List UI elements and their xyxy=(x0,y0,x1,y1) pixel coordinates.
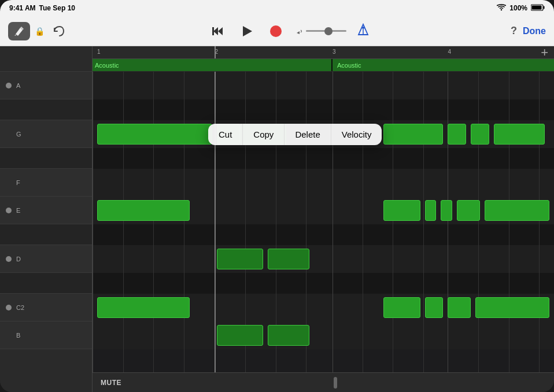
status-bar-right: 100% xyxy=(497,4,545,13)
time-display: 9:41 AM xyxy=(9,4,36,12)
play-button[interactable] xyxy=(238,22,256,40)
beat-line xyxy=(363,72,363,372)
piano-key-D[interactable]: D xyxy=(0,245,92,273)
beat-line xyxy=(423,72,424,372)
piano-key-Gb[interactable] xyxy=(0,148,92,169)
battery-icon xyxy=(531,4,545,13)
note-C2-2[interactable] xyxy=(383,297,420,318)
row-bg-D xyxy=(93,245,554,273)
grid-playhead xyxy=(215,72,216,372)
note-B-2[interactable] xyxy=(268,325,309,346)
note-G-4[interactable] xyxy=(383,124,444,145)
ruler: 1 2 3 4 + xyxy=(93,46,554,59)
piano-key-Eb[interactable] xyxy=(0,224,92,245)
note-E-1[interactable] xyxy=(97,200,190,221)
note-E-6[interactable] xyxy=(485,200,549,221)
region-header: Acoustic Acoustic Acoustic xyxy=(93,59,554,72)
toolbar-left: 🔒 xyxy=(8,22,68,40)
help-button[interactable]: ? xyxy=(511,25,517,37)
note-E-4[interactable] xyxy=(441,200,452,221)
note-E-5[interactable] xyxy=(457,200,480,221)
grid-area: 1 2 3 4 + Acoustic Acoustic Acoustic xyxy=(93,46,554,392)
svg-marker-4 xyxy=(218,27,223,35)
row-bg-Eb xyxy=(93,224,554,245)
key-label-F: F xyxy=(16,179,20,186)
row-bg-Gb xyxy=(93,148,554,169)
ruler-mark-3: 3 xyxy=(333,49,336,55)
note-C2-1[interactable] xyxy=(97,297,190,318)
key-dot-D xyxy=(6,256,12,262)
beat-line xyxy=(478,72,479,372)
note-D-2[interactable] xyxy=(268,249,309,269)
note-C2-5[interactable] xyxy=(475,297,549,318)
piano-key-C2[interactable]: C2 xyxy=(0,294,92,321)
piano-key-G[interactable]: G xyxy=(0,120,92,148)
beat-line xyxy=(539,72,540,372)
pencil-button[interactable] xyxy=(8,22,30,40)
toolbar-right: ? Done xyxy=(511,25,546,37)
note-G-7[interactable] xyxy=(494,124,545,145)
svg-rect-5 xyxy=(212,27,214,35)
note-C2-3[interactable] xyxy=(425,297,444,318)
toolbar-center xyxy=(73,22,505,40)
note-C2-4[interactable] xyxy=(448,297,471,318)
row-bg-Ab xyxy=(93,99,554,120)
piano-key-B[interactable]: B xyxy=(0,321,92,349)
note-G-1[interactable] xyxy=(97,124,213,145)
note-G-6[interactable] xyxy=(471,124,489,145)
bar-line-3 xyxy=(333,72,333,372)
mute-handle[interactable] xyxy=(334,377,337,389)
key-dot-C2 xyxy=(6,305,12,310)
bar-line-1 xyxy=(93,72,93,372)
ruler-playhead xyxy=(215,46,216,58)
ruler-marks: 1 2 3 4 + xyxy=(93,46,554,58)
beat-line xyxy=(184,72,184,372)
battery-display: 100% xyxy=(509,4,527,12)
ruler-mark-1: 1 xyxy=(97,49,101,55)
ruler-mark-4: 4 xyxy=(448,49,451,55)
beat-line xyxy=(393,72,393,372)
note-G-5[interactable] xyxy=(448,124,466,145)
row-bg-F xyxy=(93,169,554,197)
context-menu: Cut Copy Delete Velocity xyxy=(208,124,382,145)
note-E-2[interactable] xyxy=(383,200,420,221)
velocity-button[interactable]: Velocity xyxy=(331,124,382,145)
done-button[interactable]: Done xyxy=(523,26,546,36)
region-label-acoustic-1: Acoustic xyxy=(95,62,119,69)
note-B-1[interactable] xyxy=(217,325,263,346)
piano-key-Ab[interactable] xyxy=(0,99,92,120)
piano-key-F[interactable]: F xyxy=(0,169,92,197)
piano-key-Db[interactable] xyxy=(0,273,92,294)
lock-icon: 🔒 xyxy=(35,27,45,36)
cut-button[interactable]: Cut xyxy=(208,124,243,145)
toolbar: 🔒 xyxy=(0,16,554,46)
volume-slider[interactable] xyxy=(296,27,346,35)
svg-marker-3 xyxy=(213,27,218,35)
piano-key-A[interactable]: A xyxy=(0,72,92,99)
key-dot-A xyxy=(6,83,12,88)
record-button[interactable] xyxy=(267,22,285,40)
note-E-3[interactable] xyxy=(425,200,437,221)
metronome-icon[interactable] xyxy=(357,23,370,39)
region-label-acoustic-2: Acoustic xyxy=(337,62,361,69)
mute-label: MUTE xyxy=(101,379,121,387)
beat-line xyxy=(509,72,509,372)
rewind-button[interactable] xyxy=(209,22,227,40)
piano-roll[interactable]: Cut Copy Delete Velocity xyxy=(93,72,554,372)
beat-line xyxy=(153,72,154,372)
key-label-E: E xyxy=(16,207,20,214)
piano-sidebar: A G F E D C2 xyxy=(0,46,93,392)
piano-key-E[interactable]: E xyxy=(0,197,92,224)
svg-rect-1 xyxy=(544,6,545,9)
note-D-1[interactable] xyxy=(217,249,263,269)
undo-button[interactable] xyxy=(49,22,68,40)
delete-button[interactable]: Delete xyxy=(285,124,331,145)
svg-marker-6 xyxy=(243,26,252,36)
add-region-button[interactable]: + xyxy=(541,46,548,59)
key-dot-E xyxy=(6,208,12,213)
copy-button[interactable]: Copy xyxy=(243,124,285,145)
key-label-A: A xyxy=(16,82,20,89)
bar-line-4 xyxy=(448,72,448,372)
main-area: A G F E D C2 xyxy=(0,46,554,392)
status-bar-left: 9:41 AM Tue Sep 10 xyxy=(9,4,75,12)
